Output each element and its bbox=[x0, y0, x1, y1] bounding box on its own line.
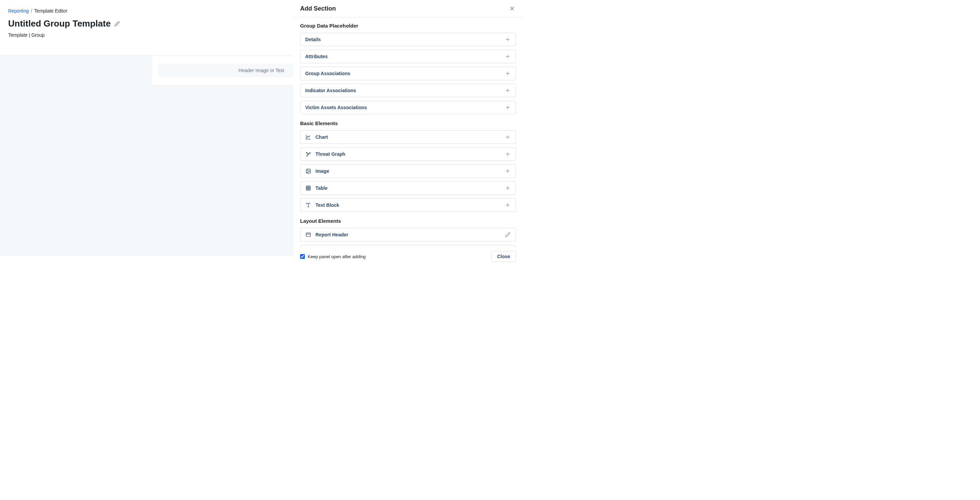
chart-icon bbox=[305, 134, 311, 140]
layout-elements-heading: Layout Elements bbox=[300, 218, 516, 224]
drawer-footer: Keep panel open after adding Close bbox=[293, 247, 523, 267]
item-label: Table bbox=[315, 186, 504, 191]
header-icon bbox=[305, 232, 311, 238]
plus-icon bbox=[505, 168, 511, 174]
plus-icon bbox=[505, 88, 511, 93]
breadcrumb-separator: / bbox=[31, 8, 32, 14]
add-table-button[interactable] bbox=[504, 185, 511, 191]
item-label: Indicator Associations bbox=[305, 88, 504, 93]
keep-open-toggle[interactable]: Keep panel open after adding bbox=[300, 254, 366, 259]
svg-line-21 bbox=[309, 153, 309, 154]
keep-open-checkbox[interactable] bbox=[300, 254, 305, 259]
item-group-associations[interactable]: Group Associations bbox=[300, 67, 516, 80]
breadcrumb-current: Template Editor bbox=[34, 8, 67, 14]
group-data-heading: Group Data Placeholder bbox=[300, 23, 516, 29]
item-label: Attributes bbox=[305, 54, 504, 59]
item-report-footer[interactable]: Report Footer bbox=[300, 245, 516, 247]
pencil-icon bbox=[115, 21, 120, 27]
add-text-block-button[interactable] bbox=[504, 202, 511, 208]
drawer-header: Add Section bbox=[293, 0, 523, 17]
keep-open-label: Keep panel open after adding bbox=[308, 254, 366, 259]
add-victim-assets-button[interactable] bbox=[504, 105, 511, 111]
item-victim-assets-associations[interactable]: Victim Assets Associations bbox=[300, 101, 516, 114]
plus-icon bbox=[505, 202, 511, 208]
basic-elements-heading: Basic Elements bbox=[300, 121, 516, 126]
item-label: Group Associations bbox=[305, 71, 504, 76]
add-image-button[interactable] bbox=[504, 168, 511, 174]
svg-point-26 bbox=[307, 170, 308, 171]
close-icon bbox=[509, 5, 515, 11]
section-basic-elements: Basic Elements Chart Threat Graph bbox=[300, 121, 516, 212]
item-label: Chart bbox=[315, 134, 504, 140]
section-group-data: Group Data Placeholder Details Attribute… bbox=[300, 23, 516, 114]
item-label: Text Block bbox=[315, 202, 504, 208]
item-attributes[interactable]: Attributes bbox=[300, 50, 516, 63]
svg-rect-29 bbox=[306, 186, 310, 190]
add-threat-graph-button[interactable] bbox=[504, 151, 511, 157]
item-text-block[interactable]: Text Block bbox=[300, 198, 516, 212]
drawer-close-button[interactable] bbox=[508, 5, 516, 12]
item-details[interactable]: Details bbox=[300, 33, 516, 46]
drawer-body: Group Data Placeholder Details Attribute… bbox=[293, 17, 523, 247]
plus-icon bbox=[505, 37, 511, 42]
item-image[interactable]: Image bbox=[300, 164, 516, 178]
item-table[interactable]: Table bbox=[300, 181, 516, 195]
breadcrumb-root-link[interactable]: Reporting bbox=[8, 8, 29, 14]
add-chart-button[interactable] bbox=[504, 134, 511, 140]
plus-icon bbox=[505, 105, 511, 110]
add-section-drawer: Add Section Group Data Placeholder Detai… bbox=[293, 0, 523, 267]
item-chart[interactable]: Chart bbox=[300, 130, 516, 144]
plus-icon bbox=[505, 54, 511, 59]
item-threat-graph[interactable]: Threat Graph bbox=[300, 147, 516, 161]
item-indicator-associations[interactable]: Indicator Associations bbox=[300, 84, 516, 97]
add-group-associations-button[interactable] bbox=[504, 70, 511, 76]
plus-icon bbox=[505, 186, 511, 191]
edit-report-header-button[interactable] bbox=[504, 232, 511, 238]
threat-graph-icon bbox=[305, 151, 311, 157]
add-indicator-associations-button[interactable] bbox=[504, 87, 511, 94]
table-icon bbox=[305, 185, 311, 191]
edit-title-button[interactable] bbox=[114, 21, 120, 27]
svg-line-22 bbox=[307, 154, 308, 155]
drawer-title: Add Section bbox=[300, 5, 336, 12]
section-layout-elements: Layout Elements Report Header Report Foo… bbox=[300, 218, 516, 247]
page-title: Untitled Group Template bbox=[8, 18, 111, 29]
add-details-button[interactable] bbox=[504, 37, 511, 43]
image-icon bbox=[305, 168, 311, 174]
svg-line-20 bbox=[307, 153, 308, 154]
item-label: Report Header bbox=[315, 232, 504, 237]
plus-icon bbox=[505, 151, 511, 157]
item-label: Details bbox=[305, 37, 504, 42]
plus-icon bbox=[505, 71, 511, 76]
item-label: Threat Graph bbox=[315, 151, 504, 157]
pencil-icon bbox=[505, 232, 511, 237]
svg-rect-40 bbox=[306, 233, 310, 237]
item-label: Victim Assets Associations bbox=[305, 105, 504, 110]
text-block-icon bbox=[305, 202, 311, 208]
item-label: Image bbox=[315, 168, 504, 174]
add-attributes-button[interactable] bbox=[504, 53, 511, 60]
item-report-header[interactable]: Report Header bbox=[300, 228, 516, 241]
drawer-close-pill-button[interactable]: Close bbox=[492, 251, 516, 262]
plus-icon bbox=[505, 134, 511, 140]
